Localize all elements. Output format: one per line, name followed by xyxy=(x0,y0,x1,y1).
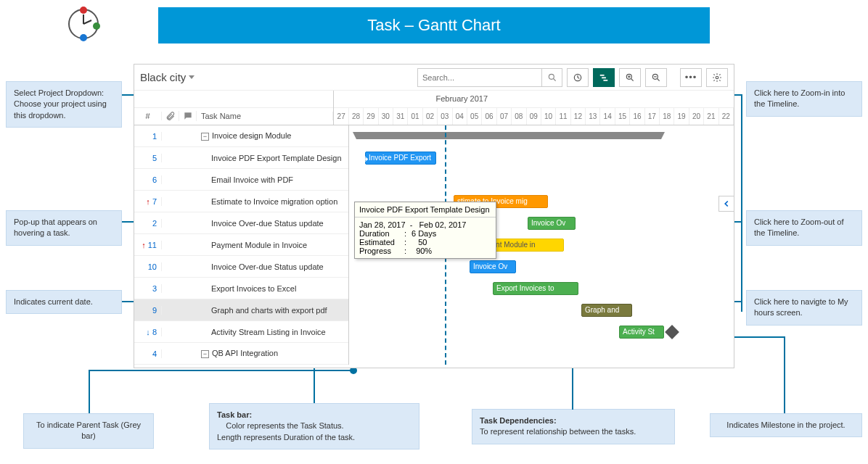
toolbar: Black city ••• xyxy=(134,65,734,91)
ellipsis-icon: ••• xyxy=(685,72,697,83)
search-input[interactable] xyxy=(418,73,541,82)
callout-milestone: Indicates Milestone in the project. xyxy=(710,413,862,437)
tooltip-estimated: 50 xyxy=(418,238,427,246)
svg-rect-12 xyxy=(602,77,606,78)
connector xyxy=(89,370,90,413)
day-cell: 21 xyxy=(704,108,718,125)
move-cursor-icon: ✥ xyxy=(359,153,369,166)
svg-point-21 xyxy=(716,76,718,79)
day-cell: 15 xyxy=(615,108,630,125)
day-cell: 04 xyxy=(453,108,467,125)
svg-point-3 xyxy=(80,34,87,41)
settings-button[interactable] xyxy=(706,68,728,87)
svg-line-10 xyxy=(578,78,579,78)
callout-taskbar-title: Task bar: xyxy=(217,410,252,419)
task-bar[interactable]: Activity St xyxy=(619,326,664,339)
comment-icon xyxy=(183,111,193,121)
scroll-left-button[interactable] xyxy=(718,196,734,212)
day-cell: 28 xyxy=(349,108,364,125)
day-cell: 14 xyxy=(600,108,615,125)
task-row[interactable]: 3Export Invoices to Excel xyxy=(134,278,348,299)
day-cell: 03 xyxy=(438,108,452,125)
day-cell: 01 xyxy=(408,108,422,125)
day-cell: 09 xyxy=(527,108,541,125)
callout-dropdown: Select Project Dropdown: Choose your pro… xyxy=(6,81,122,128)
callout-zoomin: Click here to Zoom-in into the Timeline. xyxy=(746,81,862,117)
task-row[interactable]: 2Invoice Over-due Status update xyxy=(134,212,348,234)
zoom-out-button[interactable] xyxy=(645,68,667,87)
month-label: February 2017 xyxy=(334,91,734,108)
svg-point-2 xyxy=(93,22,100,30)
zoom-in-icon xyxy=(625,72,635,83)
search-button[interactable] xyxy=(541,69,562,86)
col-comments xyxy=(179,111,197,121)
callout-taskbar: Task bar: Color represents the Task Stat… xyxy=(209,403,419,450)
page-title: Task – Gantt Chart xyxy=(158,7,710,44)
attachment-icon xyxy=(165,111,176,121)
task-row[interactable]: 4−QB API Integration xyxy=(134,343,348,365)
more-button[interactable]: ••• xyxy=(680,68,702,87)
parent-task-bar[interactable] xyxy=(356,132,661,139)
my-hours-button[interactable] xyxy=(567,68,589,87)
task-bar[interactable]: Invoice Ov xyxy=(470,260,516,273)
task-row[interactable]: 10Invoice Over-due Status update xyxy=(134,256,348,278)
connector xyxy=(784,336,785,413)
tooltip-progress: 90% xyxy=(416,246,432,255)
col-attachment xyxy=(162,111,179,121)
zoom-in-button[interactable] xyxy=(619,68,641,87)
task-row[interactable]: 1−Invoice design Module xyxy=(134,125,348,147)
callout-today: Indicates current date. xyxy=(6,290,122,314)
days-row: 2728293031010203040506070809101112131415… xyxy=(334,108,734,125)
tooltip-start: Jan 28, 2017 xyxy=(359,220,406,229)
callout-dep: Task Dependencies: To represent relation… xyxy=(472,409,675,444)
connector xyxy=(741,94,742,312)
callout-myhours: Click here to navigte to My hours screen… xyxy=(746,290,862,326)
day-cell: 18 xyxy=(660,108,674,125)
tooltip-title: Invoice PDF Export Template Design xyxy=(355,202,496,218)
col-task-name: Task Name xyxy=(197,112,333,120)
day-cell: 16 xyxy=(630,108,644,125)
app-logo xyxy=(65,6,102,42)
svg-line-15 xyxy=(631,78,634,80)
task-tooltip: Invoice PDF Export Template Design Jan 2… xyxy=(354,202,496,259)
gantt-header: # Task Name February 2017 27282930310102… xyxy=(134,91,734,125)
task-bar[interactable]: Invoice PDF Export xyxy=(365,152,436,165)
day-cell: 06 xyxy=(482,108,496,125)
project-dropdown[interactable]: Black city xyxy=(140,71,195,83)
svg-rect-11 xyxy=(600,74,605,75)
day-cell: 08 xyxy=(512,108,526,125)
callout-popup: Pop-up that appears on hovering a task. xyxy=(6,210,122,246)
tooltip-end: Feb 02, 2017 xyxy=(419,220,467,229)
tooltip-duration: 6 Days xyxy=(412,229,436,238)
day-cell: 17 xyxy=(645,108,660,125)
day-cell: 20 xyxy=(689,108,704,125)
task-row[interactable]: 9Graph and charts with export pdf xyxy=(134,299,348,321)
day-cell: 11 xyxy=(556,108,570,125)
day-cell: 29 xyxy=(364,108,378,125)
task-row[interactable]: 5Invoice PDF Export Template Design xyxy=(134,147,348,169)
milestone-marker[interactable] xyxy=(665,325,679,339)
svg-line-5 xyxy=(83,20,91,24)
day-cell: 13 xyxy=(586,108,600,125)
callout-taskbar-l1: Color represents the Task Status. xyxy=(226,421,343,430)
task-row[interactable]: ↑ 7Estimate to Invoice migration option xyxy=(134,191,348,212)
task-list: 1−Invoice design Module5Invoice PDF Expo… xyxy=(134,125,349,365)
day-cell: 05 xyxy=(467,108,482,125)
task-bar[interactable]: Invoice Ov xyxy=(528,217,576,230)
day-cell: 22 xyxy=(719,108,734,125)
day-cell: 10 xyxy=(541,108,556,125)
task-bar[interactable]: Export Invoices to xyxy=(493,282,578,295)
task-row[interactable]: ↑ 11Payment Module in Invoice xyxy=(134,234,348,256)
col-number: # xyxy=(134,112,162,120)
svg-point-1 xyxy=(80,7,87,14)
gantt-icon xyxy=(599,72,609,83)
task-row[interactable]: 6Email Invoice with PDF xyxy=(134,169,348,191)
day-cell: 30 xyxy=(379,108,393,125)
gantt-view-button[interactable] xyxy=(593,68,615,87)
chevron-left-icon xyxy=(721,199,732,209)
clock-icon xyxy=(573,72,583,83)
task-bar[interactable]: Graph and xyxy=(581,304,632,317)
day-cell: 02 xyxy=(423,108,438,125)
callout-dep-l1: To represent relationship between the ta… xyxy=(480,427,636,436)
task-row[interactable]: ↓ 8Activity Stream Listing in Invoice xyxy=(134,321,348,343)
